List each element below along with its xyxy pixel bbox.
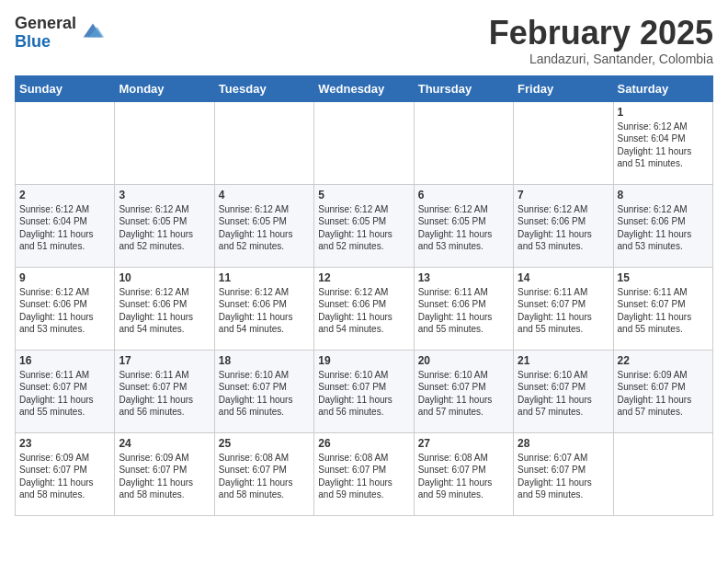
day-number: 17 [119,354,210,367]
day-info: Sunrise: 6:12 AM Sunset: 6:04 PM Dayligh… [618,121,709,170]
day-number: 12 [318,271,409,284]
calendar-cell: 4Sunrise: 6:12 AM Sunset: 6:05 PM Daylig… [214,184,313,267]
day-number: 18 [219,354,310,367]
calendar-week-row: 1Sunrise: 6:12 AM Sunset: 6:04 PM Daylig… [16,101,713,184]
calendar-cell: 14Sunrise: 6:11 AM Sunset: 6:07 PM Dayli… [514,267,613,350]
day-info: Sunrise: 6:11 AM Sunset: 6:06 PM Dayligh… [418,286,509,336]
day-number: 2 [19,189,110,201]
calendar-cell: 12Sunrise: 6:12 AM Sunset: 6:06 PM Dayli… [314,267,414,350]
day-info: Sunrise: 6:08 AM Sunset: 6:07 PM Dayligh… [418,452,509,501]
column-header-tuesday: Tuesday [214,75,313,101]
column-header-thursday: Thursday [414,75,513,101]
calendar-cell: 20Sunrise: 6:10 AM Sunset: 6:07 PM Dayli… [414,350,513,432]
day-info: Sunrise: 6:10 AM Sunset: 6:07 PM Dayligh… [418,369,509,419]
calendar-cell [414,101,513,184]
day-info: Sunrise: 6:11 AM Sunset: 6:07 PM Dayligh… [618,286,709,336]
day-info: Sunrise: 6:10 AM Sunset: 6:07 PM Dayligh… [219,369,310,419]
calendar-cell: 13Sunrise: 6:11 AM Sunset: 6:06 PM Dayli… [414,267,513,350]
column-header-monday: Monday [115,75,214,101]
day-info: Sunrise: 6:12 AM Sunset: 6:05 PM Dayligh… [119,203,210,253]
calendar-cell: 24Sunrise: 6:09 AM Sunset: 6:07 PM Dayli… [115,432,214,515]
location-text: Landazuri, Santander, Colombia [489,52,713,66]
day-number: 26 [318,437,409,450]
day-number: 7 [518,189,609,201]
calendar-cell: 6Sunrise: 6:12 AM Sunset: 6:05 PM Daylig… [414,184,513,267]
calendar-cell: 21Sunrise: 6:10 AM Sunset: 6:07 PM Dayli… [514,350,613,432]
day-number: 8 [618,189,709,201]
calendar-table: SundayMondayTuesdayWednesdayThursdayFrid… [15,75,713,516]
day-number: 27 [418,437,509,450]
calendar-week-row: 9Sunrise: 6:12 AM Sunset: 6:06 PM Daylig… [16,267,713,350]
day-info: Sunrise: 6:09 AM Sunset: 6:07 PM Dayligh… [19,452,110,501]
calendar-cell: 11Sunrise: 6:12 AM Sunset: 6:06 PM Dayli… [214,267,313,350]
calendar-cell [514,101,613,184]
day-info: Sunrise: 6:08 AM Sunset: 6:07 PM Dayligh… [318,452,409,501]
calendar-cell: 2Sunrise: 6:12 AM Sunset: 6:04 PM Daylig… [16,184,115,267]
day-number: 14 [518,271,609,284]
calendar-cell: 27Sunrise: 6:08 AM Sunset: 6:07 PM Dayli… [414,432,513,515]
day-number: 16 [19,354,110,367]
logo-icon [80,18,106,44]
calendar-cell [314,101,414,184]
day-number: 5 [318,189,409,201]
column-header-wednesday: Wednesday [314,75,414,101]
day-number: 10 [119,271,210,284]
calendar-cell: 17Sunrise: 6:11 AM Sunset: 6:07 PM Dayli… [115,350,214,432]
day-info: Sunrise: 6:11 AM Sunset: 6:07 PM Dayligh… [19,369,110,419]
calendar-cell: 1Sunrise: 6:12 AM Sunset: 6:04 PM Daylig… [613,101,712,184]
day-number: 6 [418,189,509,201]
calendar-cell: 3Sunrise: 6:12 AM Sunset: 6:05 PM Daylig… [115,184,214,267]
day-info: Sunrise: 6:12 AM Sunset: 6:06 PM Dayligh… [318,286,409,336]
logo-blue-text: Blue [15,33,76,52]
calendar-cell [16,101,115,184]
calendar-cell: 7Sunrise: 6:12 AM Sunset: 6:06 PM Daylig… [514,184,613,267]
title-block: February 2025 Landazuri, Santander, Colo… [489,15,713,66]
day-number: 20 [418,354,509,367]
calendar-cell: 10Sunrise: 6:12 AM Sunset: 6:06 PM Dayli… [115,267,214,350]
calendar-cell: 23Sunrise: 6:09 AM Sunset: 6:07 PM Dayli… [16,432,115,515]
calendar-cell: 26Sunrise: 6:08 AM Sunset: 6:07 PM Dayli… [314,432,414,515]
day-number: 1 [618,106,709,119]
day-number: 23 [19,437,110,450]
calendar-cell: 8Sunrise: 6:12 AM Sunset: 6:06 PM Daylig… [613,184,712,267]
calendar-cell: 25Sunrise: 6:08 AM Sunset: 6:07 PM Dayli… [214,432,313,515]
calendar-cell [115,101,214,184]
day-number: 19 [318,354,409,367]
calendar-cell [613,432,712,515]
month-year-title: February 2025 [489,15,713,52]
day-number: 13 [418,271,509,284]
day-info: Sunrise: 6:11 AM Sunset: 6:07 PM Dayligh… [518,286,609,336]
calendar-cell [214,101,313,184]
day-number: 15 [618,271,709,284]
day-info: Sunrise: 6:09 AM Sunset: 6:07 PM Dayligh… [618,369,709,419]
page-header: General Blue February 2025 Landazuri, Sa… [15,15,713,66]
logo-general-text: General [15,15,76,33]
day-number: 4 [219,189,310,201]
day-info: Sunrise: 6:08 AM Sunset: 6:07 PM Dayligh… [219,452,310,501]
column-header-friday: Friday [514,75,613,101]
calendar-cell: 18Sunrise: 6:10 AM Sunset: 6:07 PM Dayli… [214,350,313,432]
calendar-cell: 5Sunrise: 6:12 AM Sunset: 6:05 PM Daylig… [314,184,414,267]
day-info: Sunrise: 6:12 AM Sunset: 6:05 PM Dayligh… [318,203,409,253]
logo: General Blue [15,15,106,52]
day-info: Sunrise: 6:12 AM Sunset: 6:06 PM Dayligh… [219,286,310,336]
day-info: Sunrise: 6:07 AM Sunset: 6:07 PM Dayligh… [518,452,609,501]
calendar-cell: 19Sunrise: 6:10 AM Sunset: 6:07 PM Dayli… [314,350,414,432]
day-number: 21 [518,354,609,367]
calendar-cell: 16Sunrise: 6:11 AM Sunset: 6:07 PM Dayli… [16,350,115,432]
day-info: Sunrise: 6:12 AM Sunset: 6:06 PM Dayligh… [19,286,110,336]
day-info: Sunrise: 6:12 AM Sunset: 6:06 PM Dayligh… [119,286,210,336]
column-header-saturday: Saturday [613,75,712,101]
day-number: 28 [518,437,609,450]
calendar-week-row: 23Sunrise: 6:09 AM Sunset: 6:07 PM Dayli… [16,432,713,515]
calendar-cell: 9Sunrise: 6:12 AM Sunset: 6:06 PM Daylig… [16,267,115,350]
day-info: Sunrise: 6:12 AM Sunset: 6:05 PM Dayligh… [219,203,310,253]
day-info: Sunrise: 6:10 AM Sunset: 6:07 PM Dayligh… [518,369,609,419]
day-info: Sunrise: 6:12 AM Sunset: 6:04 PM Dayligh… [19,203,110,253]
calendar-cell: 15Sunrise: 6:11 AM Sunset: 6:07 PM Dayli… [613,267,712,350]
calendar-cell: 28Sunrise: 6:07 AM Sunset: 6:07 PM Dayli… [514,432,613,515]
day-number: 3 [119,189,210,201]
day-info: Sunrise: 6:11 AM Sunset: 6:07 PM Dayligh… [119,369,210,419]
day-info: Sunrise: 6:12 AM Sunset: 6:06 PM Dayligh… [618,203,709,253]
day-number: 22 [618,354,709,367]
